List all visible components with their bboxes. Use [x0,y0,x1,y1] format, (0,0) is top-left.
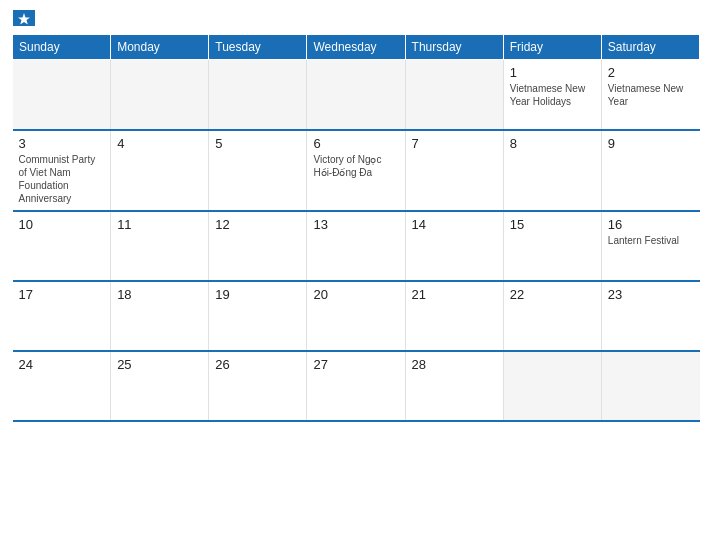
day-number: 4 [117,136,202,151]
calendar-cell: 22 [503,281,601,351]
day-number: 7 [412,136,497,151]
day-number: 25 [117,357,202,372]
calendar-cell [13,60,111,130]
calendar-cell [307,60,405,130]
calendar-cell: 11 [111,211,209,281]
day-number: 9 [608,136,694,151]
day-number: 6 [313,136,398,151]
event-label: Communist Party of Viet Nam Foundation A… [19,153,105,205]
calendar-week-row: 2425262728 [13,351,700,421]
weekday-header: Monday [111,35,209,60]
day-number: 27 [313,357,398,372]
day-number: 13 [313,217,398,232]
calendar-cell: 7 [405,130,503,211]
calendar-cell [111,60,209,130]
weekday-row: SundayMondayTuesdayWednesdayThursdayFrid… [13,35,700,60]
day-number: 12 [215,217,300,232]
calendar-cell: 17 [13,281,111,351]
day-number: 21 [412,287,497,302]
logo [12,10,36,26]
day-number: 28 [412,357,497,372]
weekday-header: Tuesday [209,35,307,60]
weekday-header: Sunday [13,35,111,60]
logo-flag-icon [13,10,35,26]
weekday-header: Thursday [405,35,503,60]
calendar-cell: 25 [111,351,209,421]
calendar-cell: 2Vietnamese New Year [601,60,699,130]
calendar-cell: 10 [13,211,111,281]
calendar-cell: 18 [111,281,209,351]
calendar-body: 1Vietnamese New Year Holidays2Vietnamese… [13,60,700,421]
calendar-cell: 9 [601,130,699,211]
day-number: 5 [215,136,300,151]
calendar-cell: 6Victory of Ngọc Hồi-Đống Đa [307,130,405,211]
event-label: Lantern Festival [608,234,694,247]
calendar-cell: 14 [405,211,503,281]
day-number: 1 [510,65,595,80]
day-number: 15 [510,217,595,232]
calendar-week-row: 17181920212223 [13,281,700,351]
calendar-week-row: 3Communist Party of Viet Nam Foundation … [13,130,700,211]
calendar-header: SundayMondayTuesdayWednesdayThursdayFrid… [13,35,700,60]
calendar-cell: 28 [405,351,503,421]
day-number: 16 [608,217,694,232]
day-number: 8 [510,136,595,151]
page: SundayMondayTuesdayWednesdayThursdayFrid… [0,0,712,550]
day-number: 19 [215,287,300,302]
day-number: 23 [608,287,694,302]
calendar-cell [209,60,307,130]
day-number: 24 [19,357,105,372]
header [12,10,700,26]
calendar-week-row: 10111213141516Lantern Festival [13,211,700,281]
calendar-table: SundayMondayTuesdayWednesdayThursdayFrid… [12,34,700,422]
calendar-cell: 16Lantern Festival [601,211,699,281]
calendar-week-row: 1Vietnamese New Year Holidays2Vietnamese… [13,60,700,130]
calendar-cell: 4 [111,130,209,211]
day-number: 11 [117,217,202,232]
calendar-cell: 23 [601,281,699,351]
calendar-cell: 21 [405,281,503,351]
event-label: Victory of Ngọc Hồi-Đống Đa [313,153,398,179]
calendar-cell: 12 [209,211,307,281]
event-label: Vietnamese New Year [608,82,694,108]
calendar-cell: 1Vietnamese New Year Holidays [503,60,601,130]
calendar-cell: 8 [503,130,601,211]
day-number: 20 [313,287,398,302]
event-label: Vietnamese New Year Holidays [510,82,595,108]
weekday-header: Wednesday [307,35,405,60]
day-number: 14 [412,217,497,232]
calendar-cell [503,351,601,421]
weekday-header: Friday [503,35,601,60]
calendar-cell: 13 [307,211,405,281]
calendar-cell [405,60,503,130]
calendar-cell: 20 [307,281,405,351]
day-number: 3 [19,136,105,151]
calendar-cell: 5 [209,130,307,211]
day-number: 10 [19,217,105,232]
calendar-cell: 26 [209,351,307,421]
day-number: 26 [215,357,300,372]
calendar-cell: 15 [503,211,601,281]
calendar-cell: 24 [13,351,111,421]
calendar-cell: 19 [209,281,307,351]
calendar-cell: 3Communist Party of Viet Nam Foundation … [13,130,111,211]
day-number: 17 [19,287,105,302]
day-number: 22 [510,287,595,302]
calendar-cell: 27 [307,351,405,421]
day-number: 2 [608,65,694,80]
weekday-header: Saturday [601,35,699,60]
calendar-cell [601,351,699,421]
day-number: 18 [117,287,202,302]
